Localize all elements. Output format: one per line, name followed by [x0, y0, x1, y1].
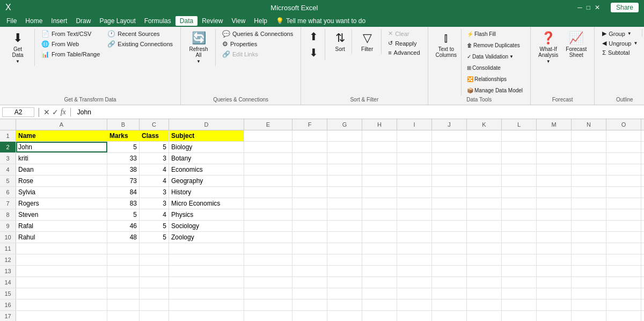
filter-button[interactable]: ▽ Filter [355, 29, 379, 54]
cell-B11[interactable] [107, 243, 140, 254]
cell-L10[interactable] [502, 232, 537, 243]
cell-P3[interactable] [641, 153, 644, 164]
cell-F12[interactable] [292, 254, 327, 265]
menu-insert[interactable]: Insert [47, 16, 71, 26]
minimize-icon[interactable]: ─ [577, 4, 582, 11]
cell-P8[interactable] [641, 209, 644, 220]
cell-D14[interactable] [169, 277, 244, 288]
cell-F17[interactable] [292, 311, 327, 321]
cell-E3[interactable] [244, 153, 292, 164]
cell-P9[interactable] [641, 221, 644, 231]
cell-O9[interactable] [606, 221, 641, 231]
cell-M8[interactable] [537, 209, 572, 220]
cell-P15[interactable] [641, 288, 644, 299]
cell-I9[interactable] [397, 221, 432, 231]
cell-L3[interactable] [502, 153, 537, 164]
row-num-6[interactable]: 6 [0, 187, 16, 198]
cell-O13[interactable] [606, 266, 641, 276]
cell-N8[interactable] [572, 209, 606, 220]
cell-H14[interactable] [362, 277, 397, 288]
cell-E13[interactable] [244, 266, 292, 276]
cell-D13[interactable] [169, 266, 244, 276]
cell-J14[interactable] [432, 277, 467, 288]
cell-F2[interactable] [292, 142, 327, 152]
cell-D8[interactable]: Physics [169, 209, 244, 220]
cell-A12[interactable] [16, 254, 107, 265]
cell-F7[interactable] [292, 198, 327, 209]
cell-P5[interactable] [641, 176, 644, 186]
cell-G3[interactable] [327, 153, 362, 164]
cell-K11[interactable] [467, 243, 502, 254]
cell-F11[interactable] [292, 243, 327, 254]
cell-B17[interactable] [107, 311, 140, 321]
cell-G6[interactable] [327, 187, 362, 198]
row-num-3[interactable]: 3 [0, 153, 16, 164]
get-data-button[interactable]: ⬇ GetData ▼ [4, 29, 31, 66]
cell-N6[interactable] [572, 187, 606, 198]
cell-J9[interactable] [432, 221, 467, 231]
cell-C3[interactable]: 3 [140, 153, 169, 164]
cell-J7[interactable] [432, 198, 467, 209]
cell-D11[interactable] [169, 243, 244, 254]
properties-button[interactable]: ⚙ Properties [219, 39, 296, 49]
cell-O4[interactable] [606, 164, 641, 175]
cell-N7[interactable] [572, 198, 606, 209]
cell-O11[interactable] [606, 243, 641, 254]
clear-button[interactable]: ✕ Clear [385, 29, 423, 38]
cell-D10[interactable]: Zoology [169, 232, 244, 243]
cell-C14[interactable] [140, 277, 169, 288]
cell-I14[interactable] [397, 277, 432, 288]
cell-E8[interactable] [244, 209, 292, 220]
cell-D6[interactable]: History [169, 187, 244, 198]
cell-J3[interactable] [432, 153, 467, 164]
cell-A3[interactable]: kriti [16, 153, 107, 164]
cell-P14[interactable] [641, 277, 644, 288]
menu-review[interactable]: Review [197, 16, 227, 26]
cell-M10[interactable] [537, 232, 572, 243]
cell-N3[interactable] [572, 153, 606, 164]
row-num-14[interactable]: 14 [0, 277, 16, 288]
cell-P2[interactable] [641, 142, 644, 152]
cell-I1[interactable] [397, 130, 432, 141]
cell-F16[interactable] [292, 300, 327, 310]
cell-E15[interactable] [244, 288, 292, 299]
row-num-13[interactable]: 13 [0, 266, 16, 276]
cell-J17[interactable] [432, 311, 467, 321]
cell-M3[interactable] [537, 153, 572, 164]
cell-M16[interactable] [537, 300, 572, 310]
menu-page-layout[interactable]: Page Layout [95, 16, 140, 26]
cell-L6[interactable] [502, 187, 537, 198]
cell-G14[interactable] [327, 277, 362, 288]
what-if-button[interactable]: ❓ What-IfAnalysis ▼ [535, 29, 561, 66]
row-num-12[interactable]: 12 [0, 254, 16, 265]
flash-fill-button[interactable]: ⚡ Flash Fill [464, 29, 526, 39]
cell-J13[interactable] [432, 266, 467, 276]
cell-G16[interactable] [327, 300, 362, 310]
cell-A10[interactable]: Rahul [16, 232, 107, 243]
cell-O10[interactable] [606, 232, 641, 243]
manage-model-button[interactable]: 📦 Manage Data Model [464, 85, 526, 96]
cell-N15[interactable] [572, 288, 606, 299]
cell-O6[interactable] [606, 187, 641, 198]
cell-F14[interactable] [292, 277, 327, 288]
menu-data[interactable]: Data [175, 16, 197, 26]
cell-P16[interactable] [641, 300, 644, 310]
cell-H7[interactable] [362, 198, 397, 209]
cell-A6[interactable]: Sylvia [16, 187, 107, 198]
cell-D17[interactable] [169, 311, 244, 321]
cell-D4[interactable]: Economics [169, 164, 244, 175]
cell-A15[interactable] [16, 288, 107, 299]
cell-C1[interactable]: Class [140, 130, 169, 141]
cell-D9[interactable]: Sociology [169, 221, 244, 231]
cell-C9[interactable]: 5 [140, 221, 169, 231]
cell-B9[interactable]: 46 [107, 221, 140, 231]
cell-B12[interactable] [107, 254, 140, 265]
existing-connections-button[interactable]: 🔗 Existing Connections [104, 39, 176, 49]
col-header-B[interactable]: B [107, 119, 140, 130]
cell-N5[interactable] [572, 176, 606, 186]
cell-C13[interactable] [140, 266, 169, 276]
cell-M7[interactable] [537, 198, 572, 209]
cell-D16[interactable] [169, 300, 244, 310]
cell-M6[interactable] [537, 187, 572, 198]
cell-N1[interactable] [572, 130, 606, 141]
